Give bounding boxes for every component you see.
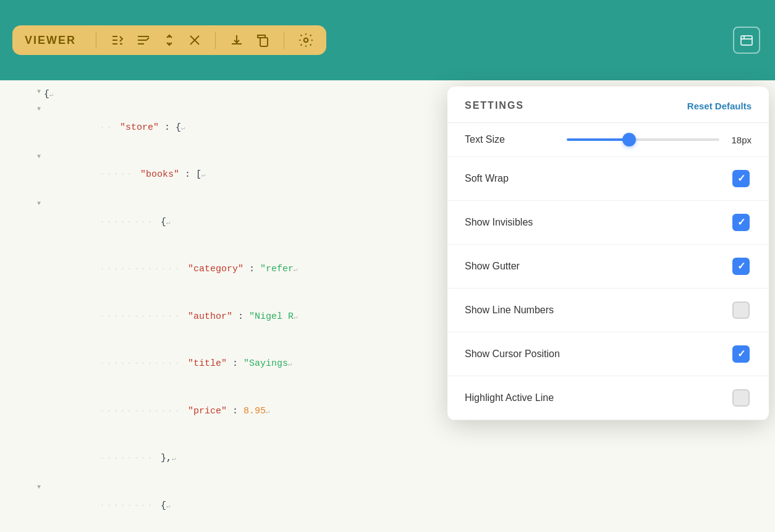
svg-rect-8 [741,36,752,45]
settings-panel: SETTINGS Reset Defaults Text Size 18px S… [447,87,769,420]
checkbox-container-2: ✓ [731,256,752,277]
text-size-row: Text Size 18px [447,123,769,157]
fold-arrow-empty [34,246,44,256]
checkbox-container-3 [731,300,752,321]
app-container: VIEWER [0,0,775,532]
checkmark-2: ✓ [737,261,745,271]
json-line: ▼ ········ {↵ [0,482,775,530]
toolbar-inner: VIEWER [12,25,326,55]
svg-rect-6 [260,38,268,46]
fold-arrow-empty [34,435,44,445]
json-line: ············ "category" : "ficti↵ [0,530,775,533]
toolbar-divider-3 [284,32,284,49]
checkmark-1: ✓ [737,217,745,227]
settings-row-4: Show Cursor Position✓ [447,332,769,376]
download-icon[interactable] [229,33,244,48]
settings-row-label-1: Show Invisibles [465,217,721,228]
fold-arrow-empty [34,340,44,351]
collapse-all-icon[interactable] [110,33,125,48]
viewer-label: VIEWER [25,34,76,47]
copy-icon[interactable] [255,33,270,48]
expand-collapse-icon[interactable] [162,33,177,48]
settings-gear-icon[interactable] [298,32,314,48]
text-size-label: Text Size [465,134,557,145]
checkbox-container-1: ✓ [731,212,752,233]
settings-row-label-5: Highlight Active Line [465,392,721,403]
settings-row-label-0: Soft Wrap [465,173,721,184]
settings-row-3: Show Line Numbers [447,289,769,332]
toolbar: VIEWER [0,0,775,80]
json-line: ········ },↵ [0,435,775,483]
toolbar-divider-1 [96,32,96,49]
window-icon[interactable] [733,27,760,54]
fold-arrow-empty [34,387,44,398]
toolbar-divider-2 [215,32,216,49]
checkmark-0: ✓ [737,174,745,184]
settings-row-2: Show Gutter✓ [447,245,769,289]
checkbox-container-0: ✓ [731,168,752,189]
fold-arrow[interactable]: ▼ [34,482,44,492]
text-size-slider[interactable] [567,138,719,141]
fold-arrow[interactable]: ▼ [34,87,44,97]
fold-arrow-empty [34,530,44,533]
json-content: ········ },↵ [44,435,769,483]
fold-arrow-empty [34,293,44,303]
settings-row-1: Show Invisibles✓ [447,201,769,245]
sort-icon[interactable] [136,33,151,48]
settings-row-0: Soft Wrap✓ [447,157,769,201]
settings-row-label-2: Show Gutter [465,261,721,272]
fold-arrow[interactable]: ▼ [34,151,44,162]
checkbox-5[interactable] [732,389,750,407]
svg-point-7 [304,38,308,43]
checkbox-2[interactable]: ✓ [732,258,750,275]
settings-row-5: Highlight Active Line [447,376,769,420]
settings-title: SETTINGS [465,100,524,111]
checkbox-0[interactable]: ✓ [732,170,750,187]
content-area: ▼ {↵ ▼ ·· "store" : {↵ ▼ ····· "books" :… [0,80,775,532]
json-content: ············ "category" : "ficti↵ [44,530,769,533]
settings-row-label-3: Show Line Numbers [465,305,721,316]
close-expand-icon[interactable] [188,33,201,47]
text-size-value: 18px [727,135,752,145]
checkbox-container-5 [731,387,752,408]
checkmark-4: ✓ [737,349,745,359]
checkbox-3[interactable] [732,302,750,319]
text-size-slider-container: 18px [567,135,752,145]
reset-defaults-button[interactable]: Reset Defaults [687,101,752,111]
checkbox-container-4: ✓ [731,344,752,365]
checkbox-4[interactable]: ✓ [732,345,750,363]
fold-arrow[interactable]: ▼ [34,104,44,114]
fold-arrow[interactable]: ▼ [34,198,44,209]
settings-row-label-4: Show Cursor Position [465,348,721,360]
settings-header: SETTINGS Reset Defaults [447,87,769,123]
checkbox-1[interactable]: ✓ [732,214,750,231]
json-content: ········ {↵ [44,482,769,530]
